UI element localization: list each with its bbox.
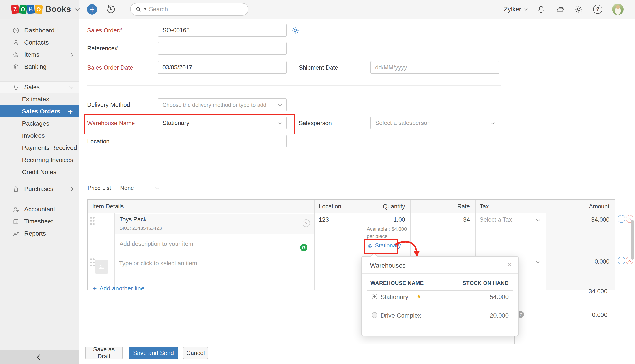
recent-history-icon[interactable] [105, 4, 116, 14]
sidebar-item-accountant[interactable]: Accountant [0, 203, 79, 215]
add-another-line-button[interactable]: + Add another line [93, 285, 144, 292]
popup-close-icon[interactable]: × [507, 261, 512, 268]
warehouse-radio-unselected[interactable] [372, 312, 377, 318]
quick-create-button[interactable]: + [87, 4, 97, 14]
sidebar-item-banking[interactable]: Banking [0, 60, 79, 73]
item-quantity-value[interactable]: 1.00 [365, 216, 405, 223]
org-switch-chevron-icon[interactable] [75, 6, 80, 11]
sidebar-item-packages[interactable]: Packages [0, 118, 79, 130]
sidebar-item-recurring-invoices[interactable]: Recurring Invoices [0, 154, 79, 166]
settings-gear-icon[interactable] [574, 5, 583, 14]
warehouses-popup: Warehouses × WAREHOUSE NAME STOCK ON HAN… [361, 256, 519, 336]
column-header-tax: Tax [475, 200, 546, 213]
order-number-settings-gear-icon[interactable] [291, 26, 300, 35]
tax-select[interactable]: Select a Tax [479, 216, 512, 223]
item-select-placeholder[interactable]: Type or click to select an item. [119, 260, 199, 267]
location-input[interactable] [158, 135, 287, 148]
item-name-block[interactable]: Toys Pack SKU: 23435453423 × [115, 214, 314, 234]
drag-handle-icon[interactable] [90, 217, 92, 218]
warehouse-link[interactable]: Stationary [368, 242, 401, 249]
sidebar-item-sales[interactable]: Sales [0, 81, 79, 93]
chevron-down-icon [278, 121, 282, 125]
item-description-placeholder[interactable]: Add description to your item [120, 240, 193, 248]
row-divider [88, 255, 615, 255]
row-more-actions-icon[interactable]: ... [617, 257, 625, 264]
search-scope-caret-icon[interactable] [144, 8, 146, 10]
popup-divider [367, 290, 513, 291]
amount-column-background [546, 213, 615, 290]
sidebar-item-label: Contacts [24, 39, 49, 46]
column-divider [314, 200, 315, 290]
new-sales-order-plus-icon[interactable]: + [68, 107, 73, 116]
sales-order-date-input[interactable] [158, 61, 287, 74]
user-avatar[interactable] [612, 4, 623, 15]
save-and-send-button[interactable]: Save and Send [129, 347, 178, 359]
sidebar-item-timesheet[interactable]: Timesheet [0, 215, 79, 228]
row-more-actions-icon[interactable]: ... [617, 215, 625, 223]
org-selector[interactable]: Zylker [504, 6, 527, 13]
sidebar-item-label: Dashboard [24, 27, 55, 34]
warehouse-row-name: Stationary [381, 294, 408, 300]
documents-folder-icon[interactable] [555, 5, 564, 14]
items-basket-icon [12, 51, 20, 58]
price-list-label: Price List [88, 185, 111, 192]
logo-area: Z O H O Books [0, 0, 79, 18]
plus-icon: + [90, 5, 94, 14]
warehouse-row-name: Drive Complex [381, 312, 421, 319]
sidebar-item-label: Reports [24, 230, 46, 237]
warehouse-name-select[interactable]: Stationary [158, 116, 287, 129]
chevron-right-icon [70, 53, 74, 56]
remove-item-icon[interactable]: × [303, 220, 310, 227]
price-list-select[interactable]: None [120, 185, 134, 192]
chevron-down-icon [536, 218, 540, 222]
salesperson-select[interactable]: Select a salesperson [370, 116, 499, 129]
salesperson-placeholder: Select a salesperson [375, 120, 431, 126]
collapse-sidebar-button[interactable] [0, 350, 79, 364]
item-location-value[interactable]: 123 [319, 216, 329, 223]
sidebar-item-invoices[interactable]: Invoices [0, 130, 79, 142]
sidebar-item-items[interactable]: Items [0, 48, 79, 60]
reference-number-input[interactable] [158, 42, 287, 55]
sales-order-date-label: Sales Order Date [87, 64, 133, 71]
add-line-label: Add another line [100, 285, 144, 292]
sidebar-item-dashboard[interactable]: Dashboard [0, 24, 79, 36]
global-search[interactable] [130, 3, 249, 16]
sales-cart-icon [12, 84, 20, 91]
sales-order-number-input[interactable] [158, 24, 287, 36]
grammarly-icon[interactable]: G [300, 244, 307, 251]
sidebar-item-sales-orders[interactable]: Sales Orders + [0, 105, 79, 118]
sidebar-item-purchases[interactable]: Purchases [0, 183, 79, 195]
vertical-scrollbar[interactable] [631, 220, 634, 260]
sidebar-item-label: Invoices [22, 132, 45, 139]
warehouse-radio-selected[interactable] [372, 294, 377, 300]
item-rate-value[interactable]: 34 [410, 216, 470, 223]
sidebar-item-label: Banking [24, 63, 47, 70]
sidebar-item-payments-received[interactable]: Payments Received [0, 142, 79, 154]
sidebar-item-label: Timesheet [24, 218, 53, 225]
sidebar-item-reports[interactable]: Reports [0, 228, 79, 240]
notifications-bell-icon[interactable] [537, 5, 545, 14]
help-icon[interactable]: ? [593, 5, 602, 14]
salesperson-label: Salesperson [299, 120, 332, 127]
product-name: Books [46, 5, 71, 14]
shipment-date-input[interactable] [370, 61, 499, 74]
unit-text: per piece [367, 233, 388, 239]
popup-title: Warehouses [370, 262, 406, 269]
chevron-down-icon [491, 121, 495, 125]
sidebar: Dashboard Contacts Items Banking Sales E… [0, 19, 79, 364]
save-as-draft-button[interactable]: Save as Draft [85, 347, 123, 359]
drag-handle-icon[interactable] [90, 258, 92, 260]
available-stock-text: Available : 54.000 [367, 226, 407, 232]
cancel-button[interactable]: Cancel [183, 347, 208, 359]
sidebar-item-estimates[interactable]: Estimates [0, 93, 79, 105]
section-divider [87, 164, 310, 164]
delivery-method-placeholder: Choose the delivery method or type to ad… [163, 102, 266, 108]
search-input[interactable] [149, 6, 243, 13]
sidebar-item-contacts[interactable]: Contacts [0, 36, 79, 48]
sidebar-item-label: Recurring Invoices [22, 156, 73, 164]
plus-icon: + [93, 285, 97, 292]
sidebar-item-credit-notes[interactable]: Credit Notes [0, 166, 79, 178]
delivery-method-select[interactable]: Choose the delivery method or type to ad… [158, 98, 287, 111]
chevron-down-icon [70, 84, 74, 88]
line-items-table: Item Details Location Quantity Rate Tax … [87, 200, 615, 290]
